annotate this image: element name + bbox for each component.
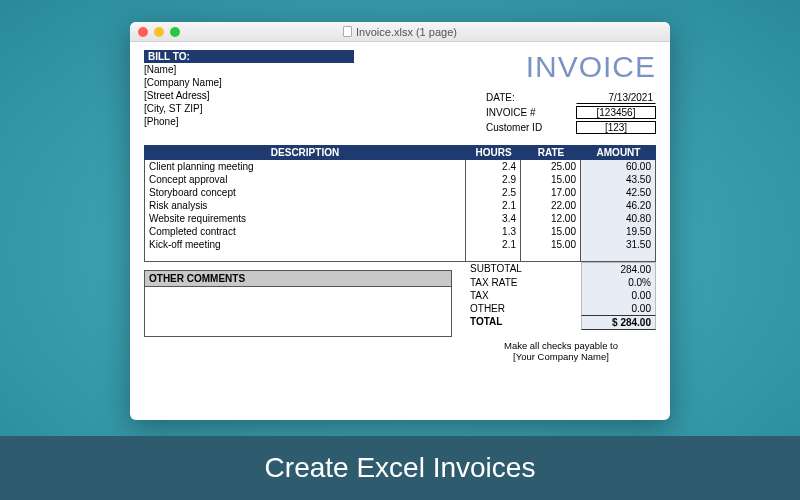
close-icon[interactable] [138,27,148,37]
cell-hours[interactable]: 2.4 [466,160,521,173]
invoice-meta: DATE: 7/13/2021 INVOICE # [123456] Custo… [486,90,656,135]
other-label: OTHER [466,302,581,315]
app-window: Invoice.xlsx (1 page) BILL TO: [Name] [C… [130,22,670,420]
cell-hours[interactable]: 2.5 [466,186,521,199]
taxrate-label: TAX RATE [466,276,581,289]
window-title: Invoice.xlsx (1 page) [356,26,457,38]
total-value: $ 284.00 [581,315,656,330]
invoice-title: INVOICE [486,50,656,84]
date-label: DATE: [486,92,566,103]
col-description: DESCRIPTION [144,145,466,160]
other-value[interactable]: 0.00 [581,302,656,315]
bill-to-street[interactable]: [Street Adress] [144,89,354,102]
cell-rate[interactable]: 22.00 [521,199,581,212]
titlebar[interactable]: Invoice.xlsx (1 page) [130,22,670,42]
tax-label: TAX [466,289,581,302]
bill-to-city[interactable]: [City, ST ZIP] [144,102,354,115]
customer-id-value[interactable]: [123] [576,121,656,134]
cell-amount: 31.50 [581,238,656,251]
bill-to-block: BILL TO: [Name] [Company Name] [Street A… [144,50,354,135]
cell-amount: 40.80 [581,212,656,225]
payable-line1: Make all checks payable to [466,340,656,351]
cell-description[interactable]: Kick-off meeting [144,238,466,251]
payable-line2: [Your Company Name] [466,351,656,362]
col-rate: RATE [521,145,581,160]
cell-amount: 46.20 [581,199,656,212]
cell-description[interactable] [144,259,466,262]
cell-description[interactable]: Website requirements [144,212,466,225]
bill-to-company[interactable]: [Company Name] [144,76,354,89]
comments-header: OTHER COMMENTS [144,270,452,287]
cell-description[interactable]: Risk analysis [144,199,466,212]
cell-rate[interactable]: 15.00 [521,225,581,238]
cell-hours[interactable]: 1.3 [466,225,521,238]
customer-id-label: Customer ID [486,122,566,133]
subtotal-value: 284.00 [581,262,656,276]
banner-text: Create Excel Invoices [265,452,536,484]
comments-block: OTHER COMMENTS [144,270,452,362]
col-amount: AMOUNT [581,145,656,160]
cell-rate[interactable]: 17.00 [521,186,581,199]
total-label: TOTAL [466,315,581,330]
cell-hours[interactable]: 3.4 [466,212,521,225]
cell-amount: 43.50 [581,173,656,186]
zoom-icon[interactable] [170,27,180,37]
cell-amount: 19.50 [581,225,656,238]
cell-description[interactable]: Completed contract [144,225,466,238]
bill-to-name[interactable]: [Name] [144,63,354,76]
cell-rate[interactable]: 25.00 [521,160,581,173]
cell-rate[interactable]: 12.00 [521,212,581,225]
cell-amount: 42.50 [581,186,656,199]
line-items-table: DESCRIPTION HOURS RATE AMOUNT Client pla… [144,145,656,262]
subtotal-label: SUBTOTAL [466,262,581,276]
tax-value: 0.00 [581,289,656,302]
bill-to-header: BILL TO: [144,50,354,63]
marketing-banner: Create Excel Invoices [0,436,800,500]
cell-rate[interactable]: 15.00 [521,238,581,251]
taxrate-value[interactable]: 0.0% [581,276,656,289]
invoice-page: BILL TO: [Name] [Company Name] [Street A… [130,42,670,420]
minimize-icon[interactable] [154,27,164,37]
invoice-no-value[interactable]: [123456] [576,106,656,119]
cell-description[interactable]: Storyboard concept [144,186,466,199]
cell-description[interactable]: Client planning meeting [144,160,466,173]
cell-hours[interactable]: 2.1 [466,199,521,212]
cell-rate[interactable]: 15.00 [521,173,581,186]
cell-hours[interactable]: 2.1 [466,238,521,251]
invoice-no-label: INVOICE # [486,107,566,118]
col-hours: HOURS [466,145,521,160]
cell-hours[interactable]: 2.9 [466,173,521,186]
cell-amount: 60.00 [581,160,656,173]
comments-body[interactable] [144,287,452,337]
date-value[interactable]: 7/13/2021 [576,91,656,104]
bill-to-phone[interactable]: [Phone] [144,115,354,128]
cell-description[interactable]: Concept approval [144,173,466,186]
totals-block: SUBTOTAL 284.00 TAX RATE 0.0% TAX 0.00 O… [466,262,656,362]
document-icon [343,26,352,37]
